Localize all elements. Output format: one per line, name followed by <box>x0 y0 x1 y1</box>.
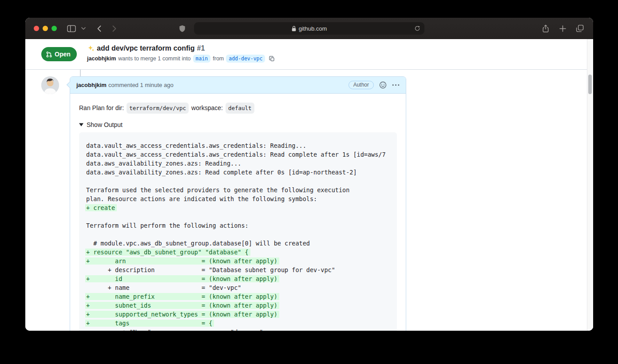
browser-toolbar: github.com <box>25 18 593 39</box>
pr-status-badge: Open <box>41 47 77 61</box>
address-bar[interactable]: github.com <box>194 22 424 35</box>
base-branch-chip[interactable]: main <box>193 55 211 63</box>
pr-sticky-header: Open add dev/vpc terraform config #1 jac… <box>25 39 587 70</box>
pr-title-text: add dev/vpc terraform config <box>97 44 195 52</box>
workspace-label: workspace: <box>191 103 223 113</box>
zoom-window-button[interactable] <box>52 26 57 31</box>
comment-action-text: commented 1 minute ago <box>108 82 174 88</box>
code-line <box>86 212 390 221</box>
window-controls <box>34 26 57 31</box>
scrollbar-track[interactable] <box>587 39 593 331</box>
lock-icon <box>292 26 296 32</box>
code-line: # module.vpc.aws_db_subnet_group.databas… <box>86 239 390 248</box>
minimize-window-button[interactable] <box>43 26 48 31</box>
code-line: + name_prefix = (known after apply) <box>86 292 390 301</box>
chevron-left-icon <box>97 25 101 32</box>
comment-caret <box>67 82 73 88</box>
code-line: data.vault_aws_access_credentials.aws_cr… <box>86 141 390 150</box>
refresh-button[interactable] <box>414 25 420 32</box>
show-output-label: Show Output <box>87 121 123 128</box>
code-line <box>86 177 390 186</box>
code-line: + supported_network_types = (known after… <box>86 310 390 319</box>
avatar-photo <box>41 76 59 94</box>
tab-overview-button[interactable] <box>574 18 585 39</box>
code-line: + id = (known after apply) <box>86 274 390 283</box>
sparkles-icon <box>87 45 95 52</box>
author-badge: Author <box>349 81 374 89</box>
plus-icon <box>559 25 566 32</box>
sidebar-menu-chevron[interactable] <box>80 18 87 39</box>
close-window-button[interactable] <box>34 26 39 31</box>
chevron-down-icon <box>81 27 86 30</box>
timeline-connector <box>80 70 81 76</box>
pr-number: #1 <box>197 44 205 52</box>
comment-header: jacobhjkim commented 1 minute ago Author <box>70 77 406 94</box>
merge-text-1: wants to merge 1 commit into <box>118 55 190 62</box>
chevron-right-icon <box>112 25 116 32</box>
sidebar-icon <box>67 25 76 32</box>
kebab-menu-button[interactable] <box>392 84 400 86</box>
collapse-triangle-icon <box>79 123 83 127</box>
pr-title: add dev/vpc terraform config #1 <box>87 44 275 52</box>
pr-timeline: jacobhjkim commented 1 minute ago Author <box>25 70 587 331</box>
code-line: + name = "dev-vpc" <box>86 283 390 292</box>
comment-card: jacobhjkim commented 1 minute ago Author <box>70 76 406 331</box>
code-line: Terraform used the selected providers to… <box>86 186 390 194</box>
code-line: data.aws_availability_zones.azs: Reading… <box>86 159 390 168</box>
merge-text-2: from <box>213 55 224 62</box>
code-line <box>86 230 390 239</box>
browser-window: github.com <box>25 18 593 331</box>
forward-button[interactable] <box>110 18 119 39</box>
tabs-icon <box>576 24 584 32</box>
code-line: + resource "aws_db_subnet_group" "databa… <box>86 248 390 257</box>
new-tab-button[interactable] <box>558 18 567 39</box>
comment-body: Ran Plan for dir: terraform/dev/vpc work… <box>70 94 406 331</box>
pr-subtitle: jacobhjkim wants to merge 1 commit into … <box>87 55 275 63</box>
code-line: plan. Resource actions are indicated wit… <box>86 194 390 203</box>
code-line: + arn = (known after apply) <box>86 257 390 265</box>
github-page: Open add dev/vpc terraform config #1 jac… <box>25 39 593 331</box>
share-icon <box>542 24 549 33</box>
copy-branch-icon[interactable] <box>269 55 275 62</box>
avatar[interactable] <box>41 76 59 94</box>
url-text: github.com <box>299 25 327 32</box>
pr-author-link[interactable]: jacobhjkim <box>87 55 116 62</box>
emoji-reaction-button[interactable] <box>379 81 387 89</box>
privacy-report-button[interactable] <box>178 18 186 39</box>
code-line: + "Name" = "dev-vpc" <box>86 328 390 331</box>
code-line: + tags = { <box>86 319 390 328</box>
plan-dir-code: terraform/dev/vpc <box>127 103 189 114</box>
code-line: + description = "Database subnet group f… <box>86 265 390 274</box>
pr-title-block: add dev/vpc terraform config #1 jacobhjk… <box>87 44 275 63</box>
show-output-toggle[interactable]: Show Output <box>79 121 397 128</box>
pr-status-label: Open <box>55 51 71 58</box>
code-line: + subnet_ids = (known after apply) <box>86 301 390 310</box>
sidebar-toggle-button[interactable] <box>66 18 77 39</box>
share-button[interactable] <box>541 18 551 39</box>
code-line: data.aws_availability_zones.azs: Read co… <box>86 168 390 177</box>
code-line: + create <box>86 203 390 212</box>
ran-plan-prefix: Ran Plan for dir: <box>79 103 124 113</box>
ran-plan-line: Ran Plan for dir: terraform/dev/vpc work… <box>79 103 397 114</box>
code-line: Terraform will perform the following act… <box>86 221 390 230</box>
code-line: data.vault_aws_access_credentials.aws_cr… <box>86 150 390 159</box>
refresh-icon <box>414 25 420 32</box>
back-button[interactable] <box>95 18 103 39</box>
head-branch-chip[interactable]: add-dev-vpc <box>226 55 265 63</box>
comment-author-link[interactable]: jacobhjkim <box>76 82 107 88</box>
shield-icon <box>179 25 186 32</box>
terraform-output: data.vault_aws_access_credentials.aws_cr… <box>79 132 397 331</box>
git-pull-request-icon <box>46 51 52 58</box>
scrollbar-thumb[interactable] <box>588 75 592 94</box>
workspace-code: default <box>226 103 254 114</box>
